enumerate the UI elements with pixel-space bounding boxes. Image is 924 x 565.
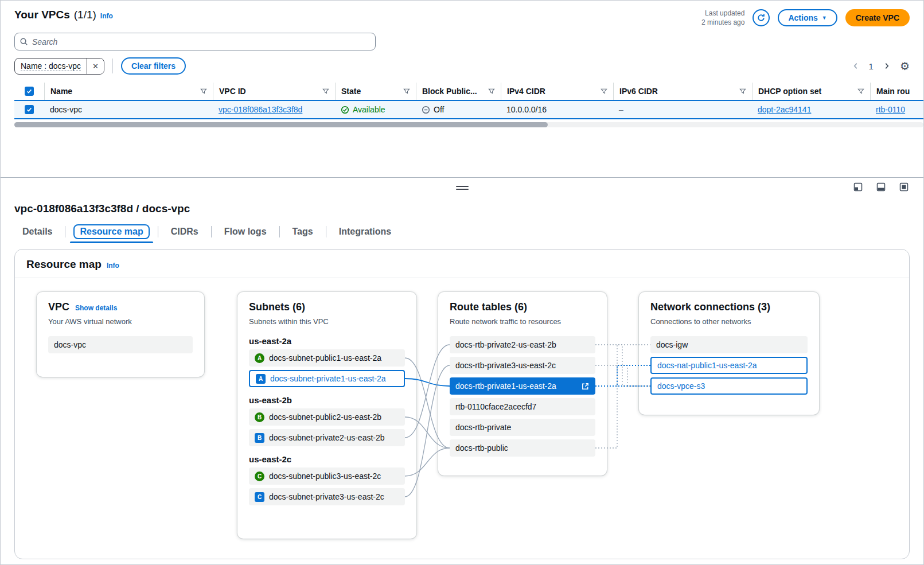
panel-bottom-icon: [876, 182, 886, 192]
column-header-dhcp-option-set[interactable]: DHCP option set: [752, 83, 870, 100]
route-tables-column-card: Route tables (6) Route network traffic t…: [438, 292, 607, 476]
detail-tabs: Details Resource map CIDRs Flow logs Tag…: [14, 224, 910, 239]
network-connection-node-vpce[interactable]: docs-vpce-s3: [650, 377, 808, 395]
route-table-node[interactable]: docs-rtb-private3-us-east-2c: [450, 357, 595, 374]
gear-icon: ⚙: [900, 60, 910, 72]
filter-icon[interactable]: [739, 88, 746, 95]
az-a-private-badge: A: [256, 374, 266, 384]
az-c-public-badge: C: [255, 472, 264, 481]
subnet-node-public2[interactable]: B docs-subnet-public2-us-east-2b: [249, 408, 405, 426]
create-vpc-button[interactable]: Create VPC: [845, 9, 910, 26]
az-b-private-badge: B: [255, 433, 264, 443]
show-details-link[interactable]: Show details: [75, 304, 117, 312]
refresh-button[interactable]: [753, 9, 770, 26]
tab-details[interactable]: Details: [14, 224, 65, 239]
tab-integrations[interactable]: Integrations: [326, 224, 404, 239]
route-table-node-selected[interactable]: docs-rtb-private1-us-east-2a: [450, 377, 595, 395]
az-group-header: us-east-2c: [249, 454, 405, 464]
filter-icon[interactable]: [403, 88, 410, 95]
network-connection-node-igw[interactable]: docs-igw: [650, 336, 808, 353]
ipv4-cidr-value: 10.0.0.0/16: [506, 105, 547, 114]
filter-icon[interactable]: [857, 88, 864, 95]
az-a-public-badge: A: [255, 353, 264, 363]
az-group-header: us-east-2b: [249, 395, 405, 405]
external-link-icon[interactable]: [581, 382, 590, 391]
chevron-left-icon: [852, 62, 860, 70]
subnet-node-public1[interactable]: A docs-subnet-public1-us-east-2a: [249, 349, 405, 367]
vpc-table: Name VPC ID State Block Public... IPv4 C…: [14, 83, 923, 119]
vpc-id-link[interactable]: vpc-018f086a13f3c3f8d: [219, 105, 302, 114]
remove-filter-button[interactable]: ✕: [87, 58, 104, 75]
subnets-column-title: Subnets (6): [249, 301, 305, 313]
vpcs-info-link[interactable]: Info: [100, 12, 113, 20]
vpc-list-panel: Your VPCs (1/1) Info Last updated 2 minu…: [1, 1, 923, 177]
tab-tags[interactable]: Tags: [280, 224, 326, 239]
vpc-count: (1/1): [74, 9, 96, 21]
tab-flow-logs[interactable]: Flow logs: [212, 224, 279, 239]
route-table-node[interactable]: docs-rtb-private: [450, 419, 595, 436]
subnet-node-private2[interactable]: B docs-subnet-private2-us-east-2b: [249, 429, 405, 446]
state-badge: Available: [353, 105, 385, 114]
column-header-block-public[interactable]: Block Public...: [416, 83, 501, 100]
block-public-value: Off: [434, 105, 444, 114]
vpc-column-subtitle: Your AWS virtual network: [48, 317, 193, 326]
row-checkbox[interactable]: [25, 105, 34, 114]
last-updated-text: Last updated 2 minutes ago: [701, 9, 744, 27]
page-title-text: Your VPCs: [14, 9, 70, 21]
current-page-number[interactable]: 1: [869, 61, 874, 71]
subnet-node-public3[interactable]: C docs-subnet-public3-us-east-2c: [249, 467, 405, 485]
route-table-node[interactable]: docs-rtb-public: [450, 439, 595, 457]
tab-resource-map[interactable]: Resource map: [65, 224, 157, 239]
vpc-column-title: VPC: [48, 301, 69, 313]
close-icon: ✕: [92, 62, 99, 71]
horizontal-scrollbar-thumb[interactable]: [14, 122, 548, 127]
subnet-node-private3[interactable]: C docs-subnet-private3-us-east-2c: [249, 488, 405, 505]
subnets-column-card: Subnets (6) Subnets within this VPC us-e…: [237, 292, 416, 539]
network-connection-node-nat[interactable]: docs-nat-public1-us-east-2a: [650, 357, 808, 374]
split-panel-side-position-button[interactable]: [853, 182, 863, 192]
subnets-column-subtitle: Subnets within this VPC: [249, 317, 405, 326]
split-panel-maximize-button[interactable]: [899, 182, 909, 192]
clear-filters-button[interactable]: Clear filters: [121, 57, 186, 75]
column-header-state[interactable]: State: [335, 83, 416, 100]
table-preferences-button[interactable]: ⚙: [900, 61, 910, 72]
panel-side-icon: [853, 182, 863, 192]
az-group-header: us-east-2a: [249, 336, 405, 346]
resource-map-info-link[interactable]: Info: [107, 262, 119, 270]
filter-token-chip[interactable]: Name : docs-vpc ✕: [14, 58, 104, 75]
route-table-node[interactable]: rtb-0110cface2acecfd7: [450, 398, 595, 415]
list-toolbar: Your VPCs (1/1) Info Last updated 2 minu…: [1, 1, 923, 27]
select-all-checkbox[interactable]: [25, 87, 34, 96]
column-header-vpc-id[interactable]: VPC ID: [213, 83, 335, 100]
vpc-column-card: VPC Show details Your AWS virtual networ…: [37, 292, 204, 377]
vpc-node[interactable]: docs-vpc: [48, 336, 193, 353]
horizontal-scrollbar-track[interactable]: [14, 122, 923, 127]
split-panel-bottom-position-button[interactable]: [876, 182, 886, 192]
split-panel-drag-handle[interactable]: [456, 184, 469, 192]
column-header-ipv6-cidr[interactable]: IPv6 CIDR: [613, 83, 752, 100]
search-input[interactable]: [14, 33, 376, 50]
az-b-public-badge: B: [255, 412, 264, 422]
route-table-node[interactable]: docs-rtb-private2-us-east-2b: [450, 336, 595, 353]
next-page-button[interactable]: [883, 62, 891, 70]
detail-title: vpc-018f086a13f3c3f8d / docs-vpc: [14, 202, 910, 215]
filter-icon[interactable]: [322, 88, 329, 95]
subnet-node-private1-selected[interactable]: A docs-subnet-private1-us-east-2a: [249, 370, 405, 387]
tab-cidrs[interactable]: CIDRs: [158, 224, 211, 239]
previous-page-button[interactable]: [852, 62, 860, 70]
pagination: 1 ⚙: [852, 61, 910, 72]
dhcp-option-set-link[interactable]: dopt-2ac94141: [758, 105, 811, 114]
actions-button[interactable]: Actions ▼: [778, 9, 837, 26]
main-route-table-link[interactable]: rtb-0110: [876, 105, 905, 114]
filter-token-label: Name : docs-vpc: [15, 61, 87, 71]
column-header-ipv4-cidr[interactable]: IPv4 CIDR: [501, 83, 613, 100]
column-header-name[interactable]: Name: [44, 83, 213, 100]
table-row[interactable]: docs-vpc vpc-018f086a13f3c3f8d Available…: [14, 100, 923, 119]
row-name: docs-vpc: [50, 105, 82, 114]
filter-icon[interactable]: [601, 88, 607, 95]
filter-icon[interactable]: [200, 88, 207, 95]
filter-icon[interactable]: [488, 88, 495, 95]
column-header-main-route-table[interactable]: Main rou: [870, 83, 923, 100]
network-connections-column-card: Network connections (3) Connections to o…: [639, 292, 819, 415]
route-tables-column-title: Route tables (6): [450, 301, 527, 313]
